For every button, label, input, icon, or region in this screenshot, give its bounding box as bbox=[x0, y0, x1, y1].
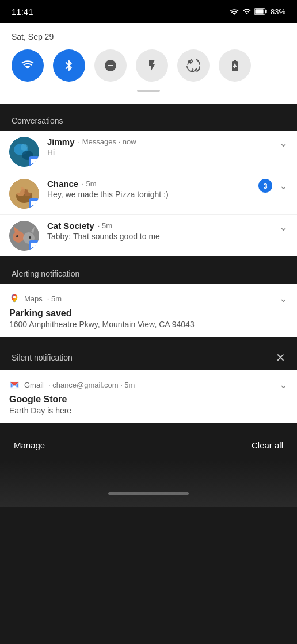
messages-badge-jimmy bbox=[29, 156, 39, 167]
svg-point-19 bbox=[29, 236, 31, 239]
separator-3 bbox=[0, 338, 297, 343]
battery-status-icon bbox=[254, 8, 267, 15]
svg-point-20 bbox=[13, 296, 16, 299]
battery-percentage: 83% bbox=[271, 7, 285, 16]
conv-name-cat: Cat Society bbox=[47, 221, 94, 231]
avatar-chance bbox=[9, 179, 39, 209]
maps-icon bbox=[9, 293, 20, 304]
conv-body-chance: Hey, we made this Pizza tonight :) bbox=[47, 190, 169, 199]
expand-gmail-icon[interactable]: ⌄ bbox=[279, 378, 288, 391]
quick-toggles-row bbox=[12, 49, 285, 82]
gmail-notification-card[interactable]: Gmail · chance@gmail.com · 5m ⌄ Google S… bbox=[0, 370, 297, 423]
conv-content-chance: Chance · 5m Hey, we made this Pizza toni… bbox=[47, 179, 288, 199]
conv-header-jimmy: Jimmy · Messages · now Hi bbox=[47, 137, 136, 157]
battery-saver-toggle[interactable] bbox=[219, 49, 251, 82]
silent-label: Silent notification bbox=[12, 353, 73, 362]
gmail-email: · chance@gmail.com · 5m bbox=[48, 381, 135, 389]
conv-row-cat: Cat Society · 5m Tabby: That sounds good… bbox=[47, 221, 288, 241]
maps-notif-header: Maps · 5m ⌄ bbox=[9, 292, 288, 305]
status-time: 11:41 bbox=[12, 7, 33, 17]
signal-status-icon bbox=[243, 7, 251, 16]
svg-point-6 bbox=[21, 144, 28, 151]
conversation-jimmy[interactable]: Jimmy · Messages · now Hi ⌄ bbox=[0, 131, 297, 172]
conversation-chance[interactable]: Chance · 5m Hey, we made this Pizza toni… bbox=[0, 172, 297, 214]
wifi-toggle[interactable] bbox=[12, 49, 44, 82]
separator-1 bbox=[0, 103, 297, 108]
expand-jimmy-icon[interactable]: ⌄ bbox=[279, 137, 288, 150]
separator-2 bbox=[0, 256, 297, 261]
conv-content-cat: Cat Society · 5m Tabby: That sounds good… bbox=[47, 221, 288, 241]
maps-notification-card[interactable]: Maps · 5m ⌄ Parking saved 1600 Amphithea… bbox=[0, 284, 297, 337]
status-bar: 11:41 83% bbox=[0, 0, 297, 23]
svg-point-14 bbox=[13, 231, 24, 243]
expand-cat-icon[interactable]: ⌄ bbox=[279, 221, 288, 233]
svg-rect-1 bbox=[265, 10, 267, 13]
expand-chance-icon[interactable]: ⌄ bbox=[279, 179, 288, 192]
maps-time: · 5m bbox=[47, 294, 62, 303]
separator-4 bbox=[0, 424, 297, 429]
bluetooth-toggle[interactable] bbox=[53, 49, 85, 82]
alerting-label: Alerting notification bbox=[0, 261, 297, 284]
avatar-cat-society bbox=[9, 221, 39, 251]
conv-meta-cat: · 5m bbox=[98, 221, 112, 230]
conversations-card: Jimmy · Messages · now Hi ⌄ bbox=[0, 131, 297, 256]
gmail-app-name: Gmail bbox=[24, 381, 44, 389]
panel-handle bbox=[137, 90, 160, 92]
svg-point-18 bbox=[16, 235, 18, 237]
conv-name-jimmy: Jimmy bbox=[47, 137, 75, 147]
gmail-notif-header: Gmail · chance@gmail.com · 5m ⌄ bbox=[9, 378, 288, 391]
status-icons: 83% bbox=[229, 7, 285, 16]
avatar-jimmy bbox=[9, 137, 39, 167]
dnd-toggle[interactable] bbox=[94, 49, 127, 82]
gmail-app-row: Gmail · chance@gmail.com · 5m bbox=[9, 379, 135, 390]
conv-body-jimmy: Hi bbox=[47, 148, 136, 157]
svg-rect-2 bbox=[255, 9, 263, 14]
conv-row-jimmy: Jimmy · Messages · now Hi ⌄ bbox=[47, 137, 288, 157]
wifi-status-icon bbox=[229, 7, 239, 16]
gmail-notif-title: Google Store bbox=[9, 394, 288, 405]
home-indicator bbox=[108, 492, 189, 495]
conv-content-jimmy: Jimmy · Messages · now Hi ⌄ bbox=[47, 137, 288, 157]
dismiss-silent-button[interactable]: ✕ bbox=[276, 351, 285, 365]
unread-badge-chance: 3 bbox=[258, 179, 272, 193]
conv-meta-chance: · 5m bbox=[82, 179, 96, 188]
gmail-notif-body: Earth Day is here bbox=[9, 406, 288, 415]
conv-body-cat: Tabby: That sounds good to me bbox=[47, 232, 160, 241]
conv-meta-jimmy: · Messages · now bbox=[78, 137, 136, 146]
conv-actions-chance: 3 ⌄ bbox=[258, 179, 288, 193]
flashlight-toggle[interactable] bbox=[136, 49, 168, 82]
expand-maps-icon[interactable]: ⌄ bbox=[279, 292, 288, 305]
maps-app-row: Maps · 5m bbox=[9, 293, 62, 304]
messages-badge-cat bbox=[29, 240, 39, 251]
conv-header-cat: Cat Society · 5m Tabby: That sounds good… bbox=[47, 221, 160, 241]
clear-all-button[interactable]: Clear all bbox=[252, 440, 283, 450]
conversations-label: Conversations bbox=[0, 108, 297, 131]
gmail-icon bbox=[9, 379, 20, 390]
conv-row-chance: Chance · 5m Hey, we made this Pizza toni… bbox=[47, 179, 288, 199]
conv-name-chance: Chance bbox=[47, 179, 78, 189]
messages-badge-chance bbox=[29, 198, 39, 209]
maps-app-name: Maps bbox=[24, 294, 43, 303]
bottom-blur-area bbox=[0, 461, 297, 507]
date-display: Sat, Sep 29 bbox=[12, 32, 285, 41]
manage-button[interactable]: Manage bbox=[14, 440, 45, 450]
silent-section-header: Silent notification ✕ bbox=[0, 343, 297, 370]
conv-header-chance: Chance · 5m Hey, we made this Pizza toni… bbox=[47, 179, 169, 199]
rotation-toggle[interactable] bbox=[177, 49, 210, 82]
conversation-cat-society[interactable]: Cat Society · 5m Tabby: That sounds good… bbox=[0, 214, 297, 256]
maps-notif-body: 1600 Amphitheatre Pkwy, Mountain View, C… bbox=[9, 320, 288, 329]
quick-settings-panel: Sat, Sep 29 bbox=[0, 23, 297, 103]
bottom-action-bar: Manage Clear all bbox=[0, 430, 297, 461]
maps-notif-title: Parking saved bbox=[9, 308, 288, 319]
